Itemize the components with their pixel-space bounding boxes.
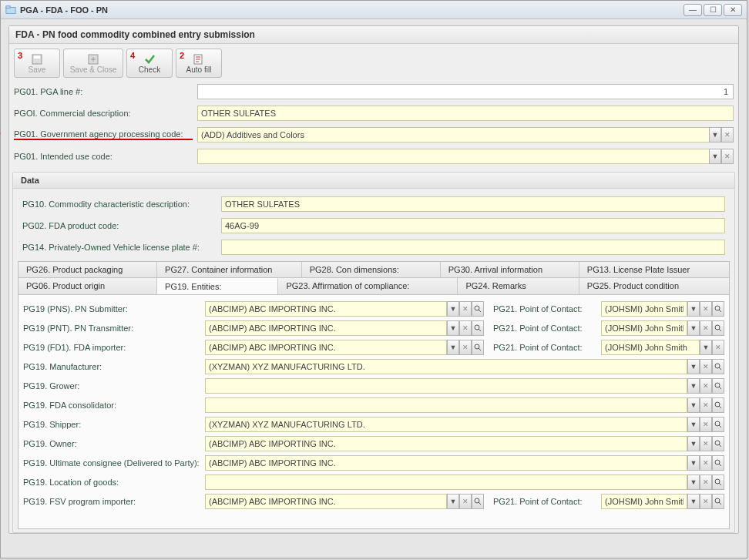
save-button[interactable]: 3 Save bbox=[14, 49, 60, 78]
dropdown-icon[interactable]: ▼ bbox=[700, 340, 712, 355]
entity-row: PG19. Grower:▼✕ bbox=[23, 378, 724, 394]
clear-icon[interactable]: ✕ bbox=[459, 340, 472, 355]
dropdown-icon[interactable]: ▼ bbox=[447, 301, 459, 317]
poc-label: PG21. Point of Contact: bbox=[489, 343, 596, 352]
dropdown-icon[interactable]: ▼ bbox=[447, 494, 459, 509]
poc-input[interactable] bbox=[601, 340, 700, 355]
clear-icon[interactable]: ✕ bbox=[700, 474, 712, 490]
save-close-button[interactable]: Save & Close bbox=[63, 49, 123, 78]
tab-pg19[interactable]: PG19. Entities: bbox=[157, 278, 278, 294]
poc-input[interactable] bbox=[601, 301, 687, 317]
badge-4: 4 bbox=[130, 51, 135, 60]
entity-input[interactable] bbox=[205, 436, 687, 451]
intended-use-input[interactable] bbox=[197, 149, 709, 164]
entity-input[interactable] bbox=[205, 340, 447, 355]
dropdown-icon[interactable]: ▼ bbox=[447, 320, 459, 336]
clear-icon[interactable]: ✕ bbox=[459, 494, 472, 509]
tab-pg27[interactable]: PG27. Container information bbox=[157, 262, 302, 277]
entity-input[interactable] bbox=[205, 455, 687, 471]
dropdown-icon[interactable]: ▼ bbox=[687, 474, 700, 490]
close-button[interactable]: ✕ bbox=[724, 4, 742, 16]
tab-pg25[interactable]: PG25. Product condition bbox=[579, 278, 729, 294]
clear-icon[interactable]: ✕ bbox=[700, 301, 712, 317]
dropdown-icon[interactable]: ▼ bbox=[687, 301, 700, 317]
search-icon[interactable] bbox=[712, 378, 724, 394]
tab-pg24[interactable]: PG24. Remarks bbox=[458, 278, 579, 294]
clear-icon[interactable]: ✕ bbox=[700, 359, 712, 374]
pg14-input[interactable] bbox=[221, 240, 725, 255]
entity-input[interactable] bbox=[205, 378, 687, 394]
clear-icon[interactable]: ✕ bbox=[721, 127, 734, 143]
entity-input[interactable] bbox=[205, 320, 447, 336]
dropdown-icon[interactable]: ▼ bbox=[709, 127, 721, 143]
pg10-input[interactable] bbox=[221, 196, 725, 212]
search-icon[interactable] bbox=[472, 301, 484, 317]
dropdown-icon[interactable]: ▼ bbox=[709, 149, 721, 164]
search-icon[interactable] bbox=[712, 494, 724, 509]
search-icon[interactable] bbox=[712, 397, 724, 413]
poc-input[interactable] bbox=[601, 494, 687, 509]
tab-pg13[interactable]: PG13. License Plate Issuer bbox=[579, 262, 729, 277]
entity-input[interactable] bbox=[205, 301, 447, 317]
dropdown-icon[interactable]: ▼ bbox=[687, 397, 700, 413]
pga-line-input[interactable] bbox=[197, 84, 734, 99]
search-icon[interactable] bbox=[712, 436, 724, 451]
search-icon[interactable] bbox=[712, 455, 724, 471]
toolbar: 3 Save Save & Close 4 Check 2 Auto fill bbox=[9, 44, 738, 81]
dropdown-icon[interactable]: ▼ bbox=[687, 378, 700, 394]
autofill-button[interactable]: 2 Auto fill bbox=[176, 49, 222, 78]
dropdown-icon[interactable]: ▼ bbox=[687, 436, 700, 451]
search-icon[interactable] bbox=[712, 359, 724, 374]
dropdown-icon[interactable]: ▼ bbox=[687, 359, 700, 374]
entity-input[interactable] bbox=[205, 474, 687, 490]
search-icon[interactable] bbox=[712, 301, 724, 317]
clear-icon[interactable]: ✕ bbox=[700, 436, 712, 451]
search-icon[interactable] bbox=[712, 417, 724, 432]
dropdown-icon[interactable]: ▼ bbox=[687, 417, 700, 432]
check-button[interactable]: 4 Check bbox=[126, 49, 173, 78]
panel-title: FDA - PN food commodity combined entry s… bbox=[9, 26, 738, 44]
search-icon[interactable] bbox=[472, 320, 484, 336]
dropdown-icon[interactable]: ▼ bbox=[687, 455, 700, 471]
tab-pg23[interactable]: PG23. Affirmation of compliance: bbox=[278, 278, 458, 294]
minimize-button[interactable]: — bbox=[684, 4, 702, 16]
poc-field: ▼✕ bbox=[601, 320, 724, 336]
entity-input[interactable] bbox=[205, 494, 447, 509]
gov-code-input[interactable] bbox=[197, 127, 709, 143]
clear-icon[interactable]: ✕ bbox=[721, 149, 734, 164]
entity-row: PG19. Location of goods:▼✕ bbox=[23, 474, 724, 490]
tab-pg26[interactable]: PG26. Product packaging bbox=[18, 262, 157, 277]
dropdown-icon[interactable]: ▼ bbox=[447, 340, 459, 355]
dropdown-icon[interactable]: ▼ bbox=[687, 494, 700, 509]
svg-line-15 bbox=[479, 348, 481, 350]
clear-icon[interactable]: ✕ bbox=[700, 494, 712, 509]
poc-label: PG21. Point of Contact: bbox=[489, 304, 596, 314]
entity-input[interactable] bbox=[205, 397, 687, 413]
dropdown-icon[interactable]: ▼ bbox=[687, 320, 700, 336]
entity-label: PG19 (PNT). PN Transmitter: bbox=[23, 324, 200, 333]
entity-input[interactable] bbox=[205, 417, 687, 432]
maximize-button[interactable]: ☐ bbox=[704, 4, 722, 16]
clear-icon[interactable]: ✕ bbox=[459, 320, 472, 336]
clear-icon[interactable]: ✕ bbox=[700, 320, 712, 336]
search-icon[interactable] bbox=[472, 494, 484, 509]
clear-icon[interactable]: ✕ bbox=[700, 378, 712, 394]
clear-icon[interactable]: ✕ bbox=[700, 417, 712, 432]
gov-code-label: PG01. Government agency processing code: bbox=[14, 129, 193, 140]
search-icon[interactable] bbox=[472, 340, 484, 355]
clear-icon[interactable]: ✕ bbox=[459, 301, 472, 317]
search-icon[interactable] bbox=[712, 320, 724, 336]
clear-icon[interactable]: ✕ bbox=[712, 340, 724, 355]
comm-desc-input[interactable] bbox=[197, 106, 734, 121]
comm-desc-label: PGOI. Commercial description: bbox=[14, 109, 193, 118]
entity-field: ▼✕ bbox=[205, 378, 724, 394]
tab-pg28[interactable]: PG28. Con dimensions: bbox=[302, 262, 441, 277]
clear-icon[interactable]: ✕ bbox=[700, 455, 712, 471]
search-icon[interactable] bbox=[712, 474, 724, 490]
pg02-input[interactable] bbox=[221, 218, 725, 233]
clear-icon[interactable]: ✕ bbox=[700, 397, 712, 413]
tab-pg30[interactable]: PG30. Arrival information bbox=[441, 262, 579, 277]
tab-pg06[interactable]: PG06. Product origin bbox=[18, 278, 157, 294]
poc-input[interactable] bbox=[601, 320, 687, 336]
entity-input[interactable] bbox=[205, 359, 687, 374]
